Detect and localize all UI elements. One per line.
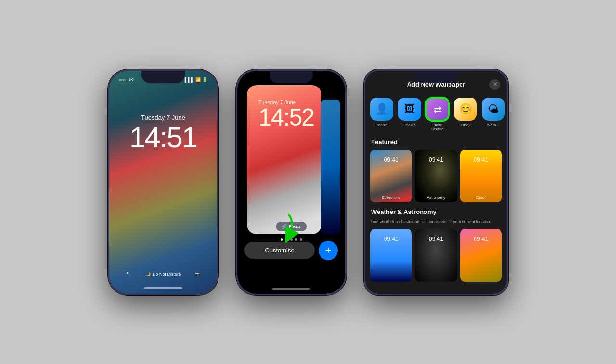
dnd-label: Do Not Disturb [153,272,181,276]
weather-icon: 🌤 [482,98,505,121]
phone-1-status: one UK ▌▌▌ 📶 🔋 [109,77,217,82]
dnd-button[interactable]: 🌙 Do Not Disturb [145,272,181,276]
photos-icon: 🖼 [398,98,421,121]
wallpaper-categories: 👤 People 🖼 Photos ⇄ Photo [365,95,507,137]
weather-label: Weal… [487,123,500,127]
weather-astronomy-title: Weather & Astronomy [365,206,507,219]
wifi-icon: 📶 [195,77,201,82]
phone-3: Add New Wallpaper ✕ 👤 People 🖼 P [364,69,508,295]
photo-shuffle-label: PhotoShuffle [432,123,444,132]
add-wallpaper-button[interactable]: + [319,241,338,260]
featured-title: Featured [365,137,507,150]
lock-clock: 14:51 [109,123,217,152]
weather1-time: 09:41 [370,236,412,242]
signal-icon: ▌▌▌ [185,77,194,82]
thumb-color[interactable]: 09:41 Color [460,150,502,202]
lock-clock-2: 14:52 [258,105,345,129]
photo-shuffle-icon: ⇄ [426,98,449,121]
carrier-label: one UK [119,77,133,82]
flashlight-icon: 🔦 [126,272,131,276]
phone-2: Tuesday 7 June 14:52 🔗 Focus [236,69,346,295]
phone-3-screen: Add New Wallpaper ✕ 👤 People 🖼 P [365,71,507,294]
thumb-collections[interactable]: 09:41 Collections [370,150,412,202]
color-time: 09:41 [460,156,502,163]
weather-desc: Live weather and astronomical conditions… [365,219,507,229]
category-people[interactable]: 👤 People [370,98,393,132]
battery-icon: 🔋 [202,77,207,82]
weather-thumbnails: 09:41 09:41 09:41 [365,229,507,286]
camera-button[interactable]: 📷 [195,272,200,276]
home-indicator [144,287,182,289]
close-button[interactable]: ✕ [489,79,500,90]
lock-date: Tuesday 7 June [109,114,217,121]
people-label: People [376,123,388,127]
phone-1: one UK ▌▌▌ 📶 🔋 Tuesday 7 June 14:51 🔦 [108,69,218,295]
phone-2-bg: Tuesday 7 June 14:52 🔗 Focus [237,71,345,294]
photos-emoji: 🖼 [404,103,415,115]
weather2-time: 09:41 [415,236,457,242]
phone-2-time: Tuesday 7 June 14:52 [247,100,345,129]
plus-icon: + [325,244,332,257]
thumb-weather-1[interactable]: 09:41 [370,229,412,282]
collections-label: Collections [370,195,412,200]
emoji-label: Emoji [461,123,470,127]
status-icons: ▌▌▌ 📶 🔋 [185,77,207,82]
color-label: Color [460,195,502,200]
shuffle-emoji: ⇄ [434,103,442,115]
add-wallpaper-header: Add New Wallpaper ✕ [365,71,507,95]
photos-label: Photos [404,123,416,127]
thumb-weather-2[interactable]: 09:41 [415,229,457,282]
people-emoji: 👤 [375,103,388,115]
emoji-icon: 😊 [454,98,477,121]
astronomy-label: Astronomy [415,195,457,200]
camera-icon: 📷 [195,272,200,276]
category-weather[interactable]: 🌤 Weal… [482,98,505,132]
phone-1-bg: one UK ▌▌▌ 📶 🔋 Tuesday 7 June 14:51 🔦 [109,71,217,294]
phone-3-bg: Add New Wallpaper ✕ 👤 People 🖼 P [365,71,507,294]
scene: one UK ▌▌▌ 📶 🔋 Tuesday 7 June 14:51 🔦 [98,60,518,305]
home-indicator-2 [272,288,310,290]
category-emoji[interactable]: 😊 Emoji [454,98,477,132]
category-photos[interactable]: 🖼 Photos [398,98,421,132]
collections-time: 09:41 [370,156,412,163]
add-wallpaper-title: Add New Wallpaper [383,81,489,88]
emoji-emoji: 😊 [459,103,472,115]
astronomy-time: 09:41 [415,156,457,163]
phone-1-screen: one UK ▌▌▌ 📶 🔋 Tuesday 7 June 14:51 🔦 [109,71,217,294]
category-photo-shuffle[interactable]: ⇄ PhotoShuffle [426,98,449,132]
weather3-time: 09:41 [460,236,502,242]
thumb-weather-3[interactable]: 09:41 [460,229,502,282]
thumb-astronomy[interactable]: 09:41 Astronomy [415,150,457,202]
phone-2-screen: Tuesday 7 June 14:52 🔗 Focus [237,71,345,294]
moon-icon: 🌙 [145,272,151,276]
phone-1-time: Tuesday 7 June 14:51 [109,114,217,152]
people-icon: 👤 [370,98,393,121]
featured-thumbnails: 09:41 Collections 09:41 Astronomy 09:41 … [365,150,507,206]
flashlight-button[interactable]: 🔦 [126,272,131,276]
weather-emoji: 🌤 [488,103,499,115]
green-arrow [279,213,303,248]
phone-1-bottom-icons: 🔦 🌙 Do Not Disturb 📷 [109,272,217,276]
